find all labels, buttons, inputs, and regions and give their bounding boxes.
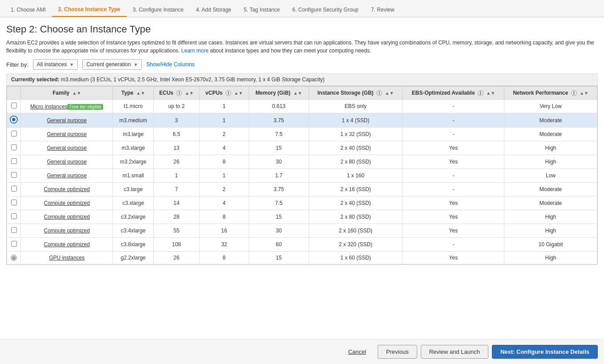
wizard-step-4[interactable]: 4. Add Storage [190, 4, 238, 16]
show-hide-columns-link[interactable]: Show/Hide Columns [146, 61, 195, 68]
learn-more-link[interactable]: Learn more [181, 48, 209, 54]
wizard-step-1[interactable]: 1. Choose AMI [4, 4, 52, 16]
row-type: m3.large [113, 128, 153, 141]
sort-family-icon[interactable]: ▲▼ [72, 91, 81, 96]
row-ebs-optimized: - [403, 183, 504, 196]
wizard-step-7[interactable]: 7. Review [365, 4, 401, 16]
sort-type-icon[interactable]: ▲▼ [136, 91, 145, 96]
row-ebs-optimized: Yes [403, 155, 504, 169]
row-select-cell[interactable] [7, 141, 21, 155]
col-network[interactable]: Network Performance i ▲▼ [504, 87, 597, 100]
row-family[interactable]: Compute optimized [21, 183, 113, 196]
col-memory[interactable]: Memory (GiB) ▲▼ [249, 87, 309, 100]
row-family[interactable]: General purpose [21, 128, 113, 141]
col-vcpus[interactable]: vCPUs i ▲▼ [199, 87, 249, 100]
table-row[interactable]: General purposem3.medium313.751 x 4 (SSD… [7, 113, 597, 128]
sort-vcpus-icon[interactable]: ▲▼ [234, 91, 243, 96]
row-checkbox[interactable] [11, 172, 17, 178]
table-row[interactable]: Compute optimizedc3.large723.752 x 16 (S… [7, 183, 597, 196]
row-family[interactable]: Compute optimized [21, 210, 113, 224]
table-row[interactable]: Micro instancesFree tier eligiblet1.micr… [7, 100, 597, 113]
row-family[interactable]: General purpose [21, 141, 113, 155]
table-row[interactable]: General purposem3.xlarge134152 x 40 (SSD… [7, 141, 597, 155]
row-family[interactable]: General purpose [21, 155, 113, 169]
row-checkbox[interactable] [11, 186, 17, 192]
sort-storage-icon[interactable]: ▲▼ [385, 91, 394, 96]
row-select-cell[interactable] [7, 224, 21, 238]
table-row[interactable]: ⊘GPU instancesg2.2xlarge268151 x 60 (SSD… [7, 252, 597, 264]
row-checkbox[interactable] [11, 227, 17, 233]
row-select-cell[interactable] [7, 100, 21, 113]
row-select-cell[interactable] [7, 210, 21, 224]
col-type[interactable]: Type ▲▼ [113, 87, 153, 100]
row-checkbox[interactable] [11, 158, 17, 164]
row-family[interactable]: GPU instances [21, 252, 113, 264]
row-memory: 7.5 [249, 128, 309, 141]
row-vcpus: 4 [199, 141, 249, 155]
row-radio-selected[interactable] [11, 116, 17, 123]
wizard-step-3[interactable]: 3. Configure Instance [127, 4, 190, 16]
row-family[interactable]: Compute optimized [21, 238, 113, 252]
network-info-icon[interactable]: i [571, 90, 577, 96]
row-vcpus: 8 [199, 210, 249, 224]
col-instance-storage[interactable]: Instance Storage (GB) i ▲▼ [309, 87, 403, 100]
vcpus-info-icon[interactable]: i [225, 90, 231, 96]
row-checkbox[interactable] [11, 213, 17, 219]
row-type: c3.2xlarge [113, 210, 153, 224]
instance-storage-info-icon[interactable]: i [376, 90, 382, 96]
row-network: Moderate [504, 128, 597, 141]
row-select-cell[interactable] [7, 169, 21, 183]
row-family[interactable]: Compute optimized [21, 196, 113, 210]
table-row[interactable]: General purposem3.large6.527.51 x 32 (SS… [7, 128, 597, 141]
row-family[interactable]: Compute optimized [21, 224, 113, 238]
filter-all-instances[interactable]: All instances ▼ [33, 59, 78, 70]
ebs-info-icon[interactable]: i [478, 90, 483, 96]
col-ebs-optimized[interactable]: EBS-Optimized Available i ▲▼ [403, 87, 504, 100]
col-ecus[interactable]: ECUs i ▲▼ [153, 87, 199, 100]
row-select-cell[interactable] [7, 128, 21, 141]
wizard-step-6[interactable]: 6. Configure Security Group [286, 4, 365, 16]
row-network: Moderate [504, 113, 597, 128]
table-row[interactable]: Compute optimizedc3.2xlarge288152 x 80 (… [7, 210, 597, 224]
ecus-info-icon[interactable]: i [176, 90, 182, 96]
table-row[interactable]: General purposem1.small111.71 x 160-Low [7, 169, 597, 183]
sort-network-icon[interactable]: ▲▼ [580, 91, 588, 96]
row-checkbox[interactable] [11, 241, 17, 247]
row-checkbox[interactable] [11, 103, 17, 108]
row-checkbox[interactable] [11, 131, 17, 136]
sort-memory-icon[interactable]: ▲▼ [293, 91, 302, 96]
wizard-step-2[interactable]: 2. Choose Instance Type [52, 4, 127, 17]
row-select-cell[interactable] [7, 196, 21, 210]
row-select-cell[interactable] [7, 183, 21, 196]
filter-current-generation[interactable]: Current generation ▼ [82, 59, 142, 70]
row-family[interactable]: Micro instancesFree tier eligible [21, 100, 113, 113]
row-vcpus: 2 [199, 183, 249, 196]
wizard-step-5[interactable]: 5. Tag Instance [238, 4, 286, 16]
row-ebs-optimized: - [403, 169, 504, 183]
row-checkbox[interactable] [11, 200, 17, 205]
col-family[interactable]: Family ▲▼ [21, 87, 113, 100]
row-checkbox[interactable] [11, 144, 17, 150]
row-select-cell[interactable]: ⊘ [7, 252, 21, 264]
row-blocked-icon: ⊘ [11, 255, 17, 261]
row-memory: 15 [249, 141, 309, 155]
row-instance-storage: 1 x 160 [309, 169, 403, 183]
table-row[interactable]: Compute optimizedc3.8xlarge10832602 x 32… [7, 238, 597, 252]
table-row[interactable]: General purposem3.2xlarge268302 x 80 (SS… [7, 155, 597, 169]
row-type: m3.2xlarge [113, 155, 153, 169]
row-ecus: 55 [153, 224, 199, 238]
chevron-down-icon: ▼ [69, 62, 74, 67]
table-row[interactable]: Compute optimizedc3.xlarge1447.52 x 40 (… [7, 196, 597, 210]
row-select-cell[interactable] [7, 238, 21, 252]
row-family[interactable]: General purpose [21, 113, 113, 128]
sort-ebs-icon[interactable]: ▲▼ [486, 91, 495, 96]
row-family[interactable]: General purpose [21, 169, 113, 183]
row-ebs-optimized: - [403, 100, 504, 113]
sort-ecus-icon[interactable]: ▲▼ [185, 91, 194, 96]
row-network: High [504, 224, 597, 238]
table-row[interactable]: Compute optimizedc3.4xlarge5516302 x 160… [7, 224, 597, 238]
row-select-cell[interactable] [7, 113, 21, 128]
row-select-cell[interactable] [7, 155, 21, 169]
row-ebs-optimized: - [403, 113, 504, 128]
row-memory: 15 [249, 210, 309, 224]
